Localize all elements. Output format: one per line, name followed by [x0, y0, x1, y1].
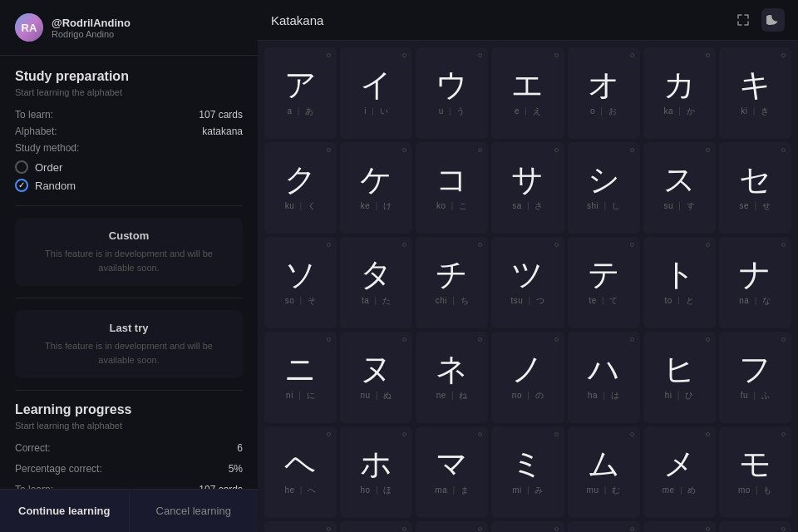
kana-sub-text: a | あ: [287, 106, 313, 117]
kana-main-char: コ: [436, 164, 468, 195]
card-dot: [630, 527, 634, 531]
kana-sub-text: shi | し: [587, 200, 620, 212]
kana-card[interactable]: コ ko | こ: [416, 142, 488, 234]
kana-card[interactable]: テ te | て: [568, 237, 640, 328]
moon-icon[interactable]: [761, 8, 785, 32]
study-prep-section: Study preparation Start learning the alp…: [15, 69, 243, 192]
kana-card[interactable]: チ chi | ち: [416, 237, 488, 328]
kana-card[interactable]: ノ no | の: [491, 332, 564, 423]
kana-card[interactable]: ク ku | く: [264, 142, 337, 234]
kana-sub-text: ko | こ: [436, 200, 468, 212]
kana-main-char: ニ: [284, 353, 317, 385]
continue-learning-button[interactable]: Continue learning: [0, 490, 130, 532]
kana-card[interactable]: モ mo | も: [719, 426, 791, 518]
kana-main-char: ハ: [588, 353, 620, 385]
kana-card[interactable]: サ sa | さ: [491, 142, 564, 234]
kana-card[interactable]: ヒ hi | ひ: [643, 332, 716, 423]
kana-card[interactable]: リ ri | り: [568, 521, 640, 532]
pct-correct-label: Percentage correct:: [15, 463, 102, 475]
method-random-option[interactable]: ✓ Random: [15, 179, 243, 192]
study-prep-subtitle: Start learning the alphabet: [15, 87, 243, 97]
kana-main-char: ナ: [739, 259, 771, 290]
kana-main-char: エ: [511, 69, 544, 101]
order-radio[interactable]: [15, 160, 28, 174]
kana-sub-text: mu | む: [587, 485, 621, 496]
kana-card[interactable]: ソ so | そ: [264, 237, 337, 328]
kana-sub-text: ma | ま: [435, 485, 469, 496]
kana-main-char: ミ: [511, 448, 544, 480]
kana-card[interactable]: キ ki | き: [719, 47, 791, 139]
kana-card[interactable]: ス su | す: [643, 142, 716, 234]
cancel-learning-button[interactable]: Cancel learning: [130, 490, 259, 532]
kana-card[interactable]: ホ ho | ほ: [340, 426, 412, 518]
kana-card[interactable]: ハ ha | は: [568, 332, 640, 423]
kana-card[interactable]: マ ma | ま: [416, 426, 488, 518]
kana-main-char: タ: [360, 259, 392, 290]
card-dot: [478, 243, 482, 247]
kana-card[interactable]: ヤ ya | や: [264, 521, 337, 532]
kana-card[interactable]: フ fu | ふ: [719, 332, 791, 423]
card-dot: [327, 243, 331, 247]
kana-card[interactable]: ヘ he | へ: [264, 426, 337, 518]
kana-sub-text: ni | に: [286, 390, 315, 401]
card-dot: [402, 53, 406, 57]
kana-card[interactable]: ツ tsu | つ: [491, 237, 564, 328]
kana-sub-text: u | う: [439, 106, 466, 117]
expand-icon[interactable]: [732, 8, 755, 32]
study-prep-title: Study preparation: [15, 69, 243, 84]
card-dot: [327, 432, 331, 436]
study-method-group: Order ✓ Random: [15, 160, 243, 192]
kana-card[interactable]: ナ na | な: [719, 237, 791, 328]
kana-card[interactable]: ラ ra | ら: [491, 521, 564, 532]
card-dot: [402, 337, 406, 342]
kana-card[interactable]: ル ru | る: [643, 521, 716, 532]
card-dot: [327, 527, 331, 531]
card-dot: [554, 53, 559, 57]
kana-card[interactable]: タ ta | た: [340, 237, 412, 328]
kana-sub-text: hi | ひ: [665, 390, 694, 401]
kana-card[interactable]: エ e | え: [491, 47, 564, 139]
card-dot: [478, 53, 482, 57]
custom-feature-box: Custom This feature is in development an…: [15, 218, 243, 286]
kana-card[interactable]: メ me | め: [643, 426, 716, 518]
kana-sub-text: no | の: [512, 390, 544, 401]
top-bar: Katakana: [258, 0, 798, 41]
last-try-feature-box: Last try This feature is in development …: [15, 310, 243, 378]
topbar-title: Katakana: [271, 13, 323, 27]
kana-main-char: ヘ: [284, 448, 317, 480]
kana-card[interactable]: ニ ni | に: [264, 332, 337, 423]
user-profile: RA @RodrilAndino Rodrigo Andino: [0, 0, 258, 56]
kana-card[interactable]: イ i | い: [340, 47, 412, 139]
kana-card[interactable]: ヌ nu | ぬ: [340, 332, 412, 423]
card-dot: [781, 432, 786, 436]
kana-sub-text: ne | ね: [436, 390, 468, 401]
card-dot: [478, 337, 482, 342]
kana-card[interactable]: ケ ke | け: [340, 142, 412, 234]
kana-main-char: ネ: [436, 353, 468, 385]
kana-card[interactable]: ミ mi | み: [491, 426, 564, 518]
to-learn-label: To learn:: [15, 109, 53, 121]
kana-card[interactable]: ト to | と: [643, 237, 716, 328]
kana-card[interactable]: ヨ yo | よ: [416, 521, 488, 532]
kana-card[interactable]: ユ yu | ゆ: [340, 521, 412, 532]
card-dot: [781, 337, 786, 342]
sidebar: RA @RodrilAndino Rodrigo Andino Study pr…: [0, 0, 258, 532]
kana-card[interactable]: レ re | れ: [719, 521, 791, 532]
kana-card[interactable]: ネ ne | ね: [416, 332, 488, 423]
card-dot: [402, 432, 406, 436]
kana-sub-text: mi | み: [512, 485, 544, 496]
kana-card[interactable]: ム mu | む: [568, 426, 640, 518]
kana-sub-text: e | え: [515, 106, 541, 117]
kana-card[interactable]: シ shi | し: [568, 142, 640, 234]
kana-card[interactable]: セ se | せ: [719, 142, 791, 234]
kana-card[interactable]: オ o | お: [568, 47, 640, 139]
method-order-option[interactable]: Order: [15, 160, 243, 174]
kana-card[interactable]: カ ka | か: [643, 47, 716, 139]
kana-card[interactable]: ウ u | う: [416, 47, 488, 139]
kana-main-char: ケ: [360, 164, 392, 195]
card-dot: [706, 527, 710, 531]
kana-sub-text: ki | き: [741, 106, 769, 117]
card-dot: [402, 527, 406, 531]
random-radio[interactable]: ✓: [15, 179, 28, 192]
kana-card[interactable]: ア a | あ: [264, 47, 337, 139]
